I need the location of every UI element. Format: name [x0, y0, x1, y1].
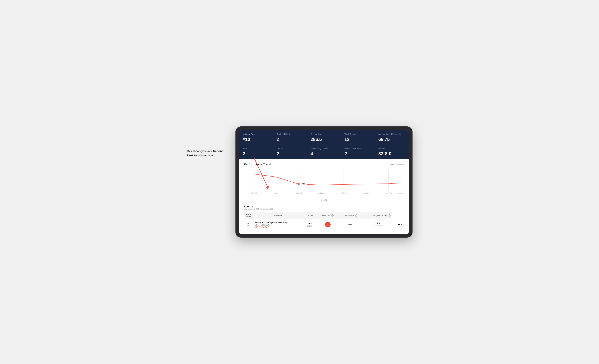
annotation-text: This shows you your National Rank trend … — [186, 149, 228, 158]
info-icon-weighted-points: ⓘ — [388, 214, 390, 217]
performance-trend-header: Performance Trend National Rank — [244, 163, 404, 166]
svg-text:MAY 24: MAY 24 — [397, 192, 404, 194]
performance-trend-title: Performance Trend — [244, 163, 271, 166]
stat-label-avg-weighted: Avg. Weighted Points ⓘ — [379, 133, 405, 135]
event-sg-cell: 0.45 — [338, 219, 363, 230]
svg-text:FEB 24: FEB 24 — [341, 192, 347, 194]
chevron-down-icon: ▼ — [268, 226, 270, 228]
stat-scoring-avg: Scoring Avg. 286.5 — [307, 130, 341, 144]
col-weighted-points: Weighted Points ⓘ — [363, 212, 393, 219]
performance-chart: #10 OCT 23 NOV 23 DEC 23 JAN 24 FEB 24 M… — [244, 168, 404, 198]
stats-grid-row1: National Rank #10 Regional Rank 2 Scorin… — [239, 130, 409, 144]
table-row: 🏌 Buster Cozy Cup – Stroke Play Oct 9 - … — [244, 219, 404, 230]
stat-value-scoring-avg: 286.5 — [310, 137, 337, 142]
stat-value-record: 32-8-0 — [379, 151, 405, 156]
stat-label-scoring-avg: Scoring Avg. — [310, 133, 337, 135]
tablet-frame: National Rank #10 Regional Rank 2 Scorin… — [236, 126, 413, 238]
col-score: Score — [303, 212, 317, 219]
stat-national-rank: National Rank #10 — [239, 130, 273, 144]
stat-wins: Wins 2 — [239, 145, 273, 159]
total-points-rounds: 3 Rounds — [364, 225, 391, 227]
stats-grid-row2: Wins 2 Top 3s 2 Stroke Play Events 4 Mat… — [239, 145, 409, 159]
stat-match-play: Match Play Events 2 — [341, 145, 375, 159]
x-axis-title: Months — [244, 199, 404, 201]
col-position: Position — [253, 212, 303, 219]
info-icon-total-points: ⓘ — [355, 214, 357, 217]
stat-value-national-rank: #10 — [243, 137, 270, 142]
content-area: Performance Trend National Rank — [239, 159, 409, 234]
stat-label-national-rank: National Rank — [243, 133, 270, 135]
event-score-cell: -22 — [317, 219, 338, 230]
event-position-sub: out of 7 — [305, 225, 316, 227]
svg-text:MAR 24: MAR 24 — [363, 192, 369, 194]
stat-value-top3s: 2 — [276, 151, 303, 156]
events-table-body: 🏌 Buster Cozy Cup – Stroke Play Oct 9 - … — [244, 219, 404, 230]
chart-svg: #10 OCT 23 NOV 23 DEC 23 JAN 24 FEB 24 M… — [244, 168, 404, 198]
stat-label-total-rounds: Total Rounds — [344, 133, 371, 135]
stat-label-match-play: Match Play Events — [344, 147, 371, 150]
score-badge: -22 — [325, 222, 331, 227]
event-position-main: 6th — [305, 222, 316, 225]
col-total-points: Total Points ⓘ — [338, 212, 363, 219]
stat-label-record: Record — [379, 147, 405, 150]
event-date: Oct 9 - Oct 10, 2023 — [255, 224, 301, 226]
stat-value-total-rounds: 12 — [344, 137, 371, 142]
stat-label-regional-rank: Regional Rank — [276, 133, 303, 135]
svg-text:JAN 24: JAN 24 — [318, 192, 324, 194]
rank-impact: Rank Impact: 3 ▼ — [255, 226, 301, 228]
events-header-row: Event Name Position Score Event SG — [244, 212, 404, 219]
events-title: Events — [244, 205, 404, 208]
event-name: Buster Cozy Cup – Stroke Play — [255, 221, 301, 224]
svg-text:APR 24: APR 24 — [385, 192, 392, 194]
annotation-suffix: trend over time — [194, 154, 213, 157]
info-icon-avg-weighted: ⓘ — [399, 133, 401, 135]
stat-value-regional-rank: 2 — [276, 137, 303, 142]
stat-record: Record 32-8-0 — [375, 145, 409, 159]
events-table-header: Event Name Position Score Event SG — [244, 212, 404, 219]
stat-stroke-play: Stroke Play Events 4 — [307, 145, 341, 159]
page-wrapper: This shows you your National Rank trend … — [186, 126, 413, 238]
event-position-cell: 6th out of 7 — [303, 219, 317, 230]
weighted-points-value: 28.3 — [394, 223, 402, 226]
svg-point-10 — [298, 183, 300, 185]
svg-text:OCT 23: OCT 23 — [251, 192, 257, 194]
performance-trend-section: Performance Trend National Rank — [244, 163, 404, 201]
stat-value-avg-weighted: 68.75 — [379, 137, 405, 142]
stat-value-match-play: 2 — [344, 151, 371, 156]
performance-trend-subtitle: National Rank — [391, 163, 404, 166]
event-info-cell: Buster Cozy Cup – Stroke Play Oct 9 - Oc… — [253, 219, 303, 230]
tablet-screen: National Rank #10 Regional Rank 2 Scorin… — [239, 130, 409, 234]
svg-text:DEC 23: DEC 23 — [296, 192, 302, 194]
stat-top3s: Top 3s 2 — [273, 145, 307, 159]
events-section: Events Last updated: 24th November 2023 … — [244, 205, 404, 230]
svg-text:NOV 23: NOV 23 — [273, 192, 279, 194]
stat-total-rounds: Total Rounds 12 — [341, 130, 375, 144]
info-icon-event-sg: ⓘ — [331, 214, 334, 217]
events-table: Event Name Position Score Event SG — [244, 212, 404, 230]
event-total-points-cell: 28.3 3 Rounds — [363, 219, 393, 230]
col-event-name: Event Name — [244, 212, 253, 219]
stat-regional-rank: Regional Rank 2 — [273, 130, 307, 144]
annotation-normal: This shows you your — [186, 149, 213, 153]
stat-label-top3s: Top 3s — [276, 147, 303, 150]
stat-label-stroke-play: Stroke Play Events — [310, 147, 337, 150]
stat-value-wins: 2 — [243, 151, 270, 156]
event-icon-cell: 🏌 — [244, 219, 253, 230]
golf-icon: 🏌 — [247, 223, 250, 226]
stat-label-wins: Wins — [243, 147, 270, 150]
events-last-updated: Last updated: 24th November 2023 — [244, 208, 404, 210]
event-weighted-points-cell: 28.3 — [392, 219, 404, 230]
stat-value-stroke-play: 4 — [310, 151, 337, 156]
stat-avg-weighted: Avg. Weighted Points ⓘ 68.75 — [375, 130, 409, 144]
col-event-sg: Event SG ⓘ — [317, 212, 338, 219]
total-points-value: 28.3 — [364, 222, 391, 225]
svg-text:#10: #10 — [302, 183, 305, 185]
